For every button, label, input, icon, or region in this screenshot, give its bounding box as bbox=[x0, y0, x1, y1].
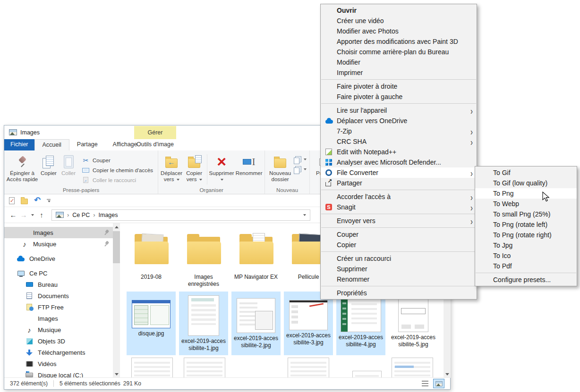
image-thumbnail[interactable] bbox=[184, 358, 225, 378]
image-thumbnail[interactable] bbox=[131, 358, 173, 378]
submenu-item[interactable]: To small Png (25%) bbox=[475, 209, 577, 219]
pin-to-quick-access-button[interactable]: Épingler à Accès rapide bbox=[6, 152, 38, 183]
context-menu-item[interactable]: Lire sur l'appareil › bbox=[321, 105, 477, 116]
copy-to-button[interactable]: Copier vers bbox=[183, 152, 205, 183]
context-menu-item[interactable]: Ouvrir bbox=[321, 5, 477, 16]
context-menu-item[interactable]: Créer une vidéo bbox=[321, 16, 477, 26]
context-menu-item[interactable]: Modifier avec Photos bbox=[321, 26, 477, 36]
thumbnails-view-button[interactable] bbox=[433, 379, 444, 388]
paste-shortcut-button[interactable]: Coller le raccourci bbox=[82, 175, 153, 185]
image-thumbnail[interactable] bbox=[352, 371, 382, 378]
qat-undo-button[interactable]: ↶ bbox=[34, 197, 41, 204]
submenu-item[interactable]: To Gif bbox=[475, 167, 577, 178]
image-thumbnail[interactable] bbox=[392, 358, 433, 378]
submenu-item[interactable]: To Gif (low quality) bbox=[475, 178, 577, 188]
submenu-item[interactable]: To Webp bbox=[475, 199, 577, 209]
ribbon-tab[interactable]: Fichier bbox=[4, 139, 34, 150]
new-folder-button[interactable]: Nouveau dossier bbox=[267, 152, 293, 183]
context-menu-item[interactable]: Analyser avec Microsoft Defender... bbox=[321, 157, 477, 167]
context-menu-item[interactable]: Créer un raccourci bbox=[321, 253, 477, 264]
submenu-item[interactable]: To Png (rotate left) bbox=[475, 219, 577, 230]
context-menu-item[interactable]: Renommer bbox=[321, 274, 477, 284]
image-item[interactable]: excel-2019-accessibilite-2.jpg bbox=[231, 292, 281, 355]
cut-button[interactable]: Couper bbox=[82, 155, 153, 165]
image-item[interactable]: excel-2019-accessibilite-5.jpg bbox=[389, 292, 438, 355]
image-item[interactable]: excel-2019-accessibilite-3.jpg bbox=[284, 292, 333, 355]
easy-access-button[interactable] bbox=[295, 166, 307, 172]
breadcrumb-this-pc[interactable]: Ce PC bbox=[72, 212, 90, 218]
ribbon-tab[interactable]: Accueil bbox=[34, 139, 69, 150]
sidebar-item[interactable]: Vidéos bbox=[4, 358, 113, 369]
context-menu-item[interactable]: Edit with Notepad++ bbox=[321, 147, 477, 157]
context-menu-item[interactable]: Choisir comme arrière-plan du Bureau bbox=[321, 47, 477, 57]
move-to-button[interactable]: Déplacer vers bbox=[160, 152, 183, 183]
sidebar-item[interactable]: Disque local (C:) bbox=[4, 369, 113, 378]
sidebar-item[interactable]: Objets 3D bbox=[4, 335, 113, 347]
sidebar-item[interactable]: FTP Free bbox=[4, 301, 113, 313]
sidebar-item[interactable]: Images bbox=[4, 227, 113, 238]
qat-properties-button[interactable] bbox=[9, 197, 15, 204]
tab-image-tools[interactable]: Outils d'image bbox=[134, 139, 176, 150]
qat-new-folder-button[interactable] bbox=[21, 199, 28, 204]
image-item[interactable]: excel-2019-accessibilite-1.jpg bbox=[179, 292, 228, 355]
address-box[interactable]: › Ce PC › Images bbox=[51, 209, 310, 221]
address-dropdown-button[interactable] bbox=[302, 212, 306, 218]
folder-item[interactable]: MP Navigator EX bbox=[231, 229, 281, 288]
submenu-item[interactable]: To Png bbox=[475, 188, 577, 199]
context-menu-item[interactable]: 7-Zip › bbox=[321, 126, 477, 136]
copy-button[interactable]: Copier bbox=[38, 152, 59, 176]
sidebar-item[interactable]: Bureau bbox=[4, 279, 113, 290]
sidebar-item[interactable]: Musique bbox=[4, 238, 113, 250]
sidebar-item[interactable]: OneDrive bbox=[4, 253, 113, 264]
folder-item[interactable]: Images enregistrées bbox=[179, 229, 228, 288]
ribbon-tab[interactable]: Partage bbox=[69, 139, 105, 150]
sidebar-item[interactable]: Musique bbox=[4, 324, 113, 335]
context-menu-item[interactable]: Déplacer vers OneDrive bbox=[321, 116, 477, 126]
submenu-item[interactable]: To Pdf bbox=[475, 261, 577, 271]
context-menu-item[interactable]: Faire pivoter à gauche bbox=[321, 92, 477, 102]
context-menu-item[interactable]: Modifier bbox=[321, 57, 477, 67]
context-menu-item[interactable]: Supprimer bbox=[321, 264, 477, 274]
scrollbar-thumb[interactable] bbox=[113, 231, 120, 263]
sidebar-item[interactable]: Images bbox=[4, 313, 113, 324]
up-button[interactable]: ↑ bbox=[36, 211, 47, 219]
sidebar-item[interactable]: Téléchargements bbox=[4, 347, 113, 358]
context-menu-item[interactable]: Accorder l'accès à › bbox=[321, 192, 477, 202]
image-thumbnail[interactable] bbox=[288, 358, 329, 378]
submenu-item[interactable]: To Jpg bbox=[475, 240, 577, 250]
scroll-up-button[interactable] bbox=[113, 223, 120, 231]
qat-customize-button[interactable] bbox=[47, 199, 51, 202]
recent-locations-button[interactable] bbox=[29, 214, 35, 216]
submenu-item[interactable]: Configure presets... bbox=[475, 275, 577, 285]
breadcrumb-images[interactable]: Images bbox=[99, 212, 118, 218]
contextual-tab-header[interactable]: Gérer bbox=[134, 126, 176, 139]
context-menu-item[interactable]: Imprimer bbox=[321, 67, 477, 78]
scroll-down-button[interactable] bbox=[444, 370, 451, 378]
submenu-item[interactable]: To Ico bbox=[475, 250, 577, 261]
details-view-button[interactable] bbox=[419, 379, 431, 388]
forward-button[interactable]: → bbox=[18, 211, 29, 219]
copy-path-button[interactable]: ··· Copier le chemin d'accès bbox=[82, 165, 153, 175]
context-menu-item[interactable]: File Converter › bbox=[321, 167, 477, 178]
submenu-item[interactable]: To Png (rotate right) bbox=[475, 230, 577, 240]
context-menu-item[interactable]: CRC SHA › bbox=[321, 136, 477, 147]
sidebar-item[interactable]: Documents bbox=[4, 290, 113, 301]
context-menu-item[interactable]: Snagit › bbox=[321, 202, 477, 212]
sidebar-item[interactable]: Ce PC bbox=[4, 267, 113, 279]
context-menu-item[interactable]: Faire pivoter à droite bbox=[321, 81, 477, 92]
context-menu-item[interactable]: Apporter des modifications avec Paint 3D bbox=[321, 36, 477, 47]
new-item-button[interactable] bbox=[295, 156, 307, 162]
context-menu-item[interactable]: Envoyer vers › bbox=[321, 216, 477, 226]
delete-button[interactable]: Supprimer bbox=[209, 152, 234, 183]
scroll-down-button[interactable] bbox=[113, 370, 120, 378]
context-menu-item[interactable]: Copier bbox=[321, 240, 477, 250]
context-menu-item[interactable]: Propriétés bbox=[321, 288, 477, 298]
image-item[interactable]: excel-2019-accessibilite-4.jpg bbox=[336, 292, 385, 355]
image-item[interactable]: disque.jpg bbox=[127, 292, 176, 355]
paste-button[interactable]: Coller bbox=[59, 152, 78, 176]
back-button[interactable]: ← bbox=[8, 211, 18, 219]
rename-button[interactable]: Renommer bbox=[234, 152, 264, 176]
context-menu-item[interactable]: Couper bbox=[321, 229, 477, 240]
context-menu-item[interactable]: Partager bbox=[321, 178, 477, 188]
folder-item[interactable]: 2019-08 bbox=[127, 229, 176, 288]
